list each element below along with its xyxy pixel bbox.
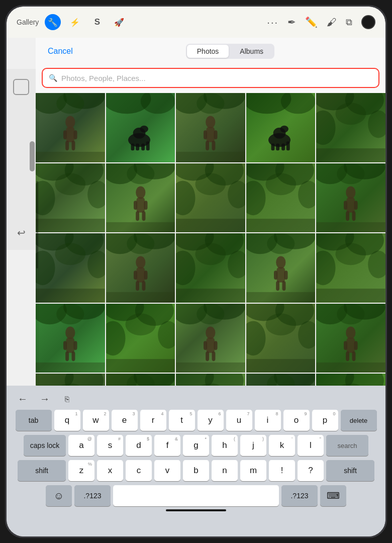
photos-area: Cancel Photos Albums 🔍 Photos, People, P…	[36, 38, 385, 386]
tab-photos[interactable]: Photos	[187, 45, 229, 58]
photo-cell[interactable]	[36, 163, 105, 233]
key-emoji[interactable]: ☺	[46, 485, 72, 506]
key-k[interactable]: 'k	[269, 435, 295, 456]
key-exclaim[interactable]: !	[269, 460, 295, 481]
key-spacebar[interactable]	[113, 485, 279, 506]
search-icon: 🔍	[49, 74, 57, 82]
key-question[interactable]: ?	[298, 460, 324, 481]
photo-cell[interactable]	[246, 304, 316, 373]
sidebar-square-button[interactable]	[13, 79, 29, 95]
key-l[interactable]: "l	[298, 435, 324, 456]
svg-rect-93	[134, 271, 137, 280]
key-o[interactable]: 9o	[283, 410, 310, 431]
search-bar-container: 🔍 Photos, People, Places...	[36, 64, 385, 93]
keyboard-redo-button[interactable]: →	[37, 392, 53, 406]
photo-cell[interactable]	[106, 374, 175, 386]
cancel-button[interactable]: Cancel	[44, 45, 77, 58]
key-u[interactable]: 7u	[226, 410, 252, 431]
key-i[interactable]: 8i	[255, 410, 281, 431]
svg-rect-78	[354, 201, 358, 210]
key-x[interactable]: x	[97, 460, 123, 481]
key-search[interactable]: search	[326, 435, 368, 456]
svg-rect-16	[136, 143, 139, 150]
svg-rect-128	[72, 351, 75, 361]
svg-rect-15	[131, 143, 134, 150]
rocket-tool-icon[interactable]: 🚀	[111, 14, 127, 30]
lightning-tool-icon[interactable]: ⚡	[67, 14, 83, 30]
keyboard-paste-button[interactable]: ⎘	[59, 392, 75, 406]
key-v[interactable]: v	[154, 460, 180, 481]
tab-albums[interactable]: Albums	[230, 45, 273, 58]
photo-cell[interactable]	[246, 93, 316, 162]
key-numbers-right[interactable]: .?123	[281, 485, 318, 506]
screen: Gallery 🔧 ⚡ S 🚀 ··· ✒ ✏️ 🖌 ⧉ ↩	[7, 7, 385, 536]
wrench-tool-icon[interactable]: 🔧	[45, 14, 61, 30]
sidebar-undo-button[interactable]: ↩	[14, 226, 28, 240]
svg-point-30	[281, 93, 316, 114]
key-d[interactable]: $d	[126, 435, 152, 456]
key-c[interactable]: c	[126, 460, 152, 481]
key-m[interactable]: m	[240, 460, 266, 481]
photo-cell[interactable]	[106, 163, 175, 233]
photo-cell[interactable]	[246, 233, 316, 303]
photo-cell[interactable]	[246, 374, 316, 386]
scrollbar-thumb[interactable]	[36, 181, 38, 269]
photo-cell[interactable]	[316, 233, 385, 303]
key-h[interactable]: (h	[212, 435, 238, 456]
photo-cell[interactable]	[36, 233, 105, 303]
key-e[interactable]: 3e	[112, 410, 138, 431]
key-numbers-left[interactable]: .?123	[74, 485, 111, 506]
key-z[interactable]: %z	[68, 460, 94, 481]
key-a[interactable]: @a	[68, 435, 94, 456]
photo-cell[interactable]	[316, 93, 385, 162]
pen-tool-icon[interactable]: ✒	[287, 16, 296, 28]
svg-rect-43	[316, 148, 385, 162]
key-b[interactable]: b	[183, 460, 209, 481]
top-bar-right: ··· ✒ ✏️ 🖌 ⧉	[267, 15, 375, 29]
photo-cell[interactable]	[106, 304, 175, 373]
s-tool-icon[interactable]: S	[89, 14, 105, 30]
search-input[interactable]: Photos, People, Places...	[61, 74, 146, 82]
svg-point-48	[87, 180, 105, 208]
svg-rect-37	[286, 141, 290, 150]
search-bar[interactable]: 🔍 Photos, People, Places...	[42, 68, 379, 88]
key-caps-lock[interactable]: caps lock	[24, 435, 66, 456]
key-r[interactable]: 4r	[140, 410, 166, 431]
photo-cell[interactable]	[176, 304, 245, 373]
photo-cell[interactable]	[176, 374, 245, 386]
key-n[interactable]: n	[212, 460, 238, 481]
photo-cell[interactable]	[316, 374, 385, 386]
photo-cell[interactable]	[36, 93, 105, 162]
key-keyboard-hide[interactable]: ⌨	[320, 485, 346, 506]
key-delete[interactable]: delete	[341, 410, 377, 431]
photo-cell[interactable]	[246, 163, 316, 233]
photo-cell[interactable]	[106, 233, 175, 303]
key-j[interactable]: )j	[240, 435, 266, 456]
key-w[interactable]: 2w	[83, 410, 109, 431]
brush-tool-icon[interactable]: 🖌	[327, 17, 337, 28]
photo-cell[interactable]	[36, 304, 105, 373]
svg-point-150	[298, 321, 315, 348]
photo-cell[interactable]	[106, 93, 175, 162]
svg-rect-28	[176, 152, 245, 162]
photo-cell[interactable]	[36, 374, 105, 386]
layers-tool-icon[interactable]: ⧉	[346, 17, 352, 28]
photo-cell[interactable]	[176, 93, 245, 162]
key-shift-right[interactable]: shift	[326, 460, 374, 481]
key-y[interactable]: 6y	[198, 410, 224, 431]
photo-cell[interactable]	[176, 163, 245, 233]
key-shift-left[interactable]: shift	[18, 460, 66, 481]
more-menu-dots[interactable]: ···	[267, 17, 278, 28]
photo-cell[interactable]	[316, 163, 385, 233]
key-f[interactable]: &f	[154, 435, 180, 456]
pencil-tool-icon[interactable]: ✏️	[305, 16, 318, 28]
key-s[interactable]: #s	[97, 435, 123, 456]
key-p[interactable]: 0p	[312, 410, 338, 431]
key-t[interactable]: 5t	[169, 410, 195, 431]
key-tab[interactable]: tab	[16, 410, 52, 431]
key-g[interactable]: *g	[183, 435, 209, 456]
photo-cell[interactable]	[176, 233, 245, 303]
photo-cell[interactable]	[316, 304, 385, 373]
keyboard-undo-button[interactable]: ←	[15, 392, 31, 406]
key-q[interactable]: 1q	[54, 410, 80, 431]
